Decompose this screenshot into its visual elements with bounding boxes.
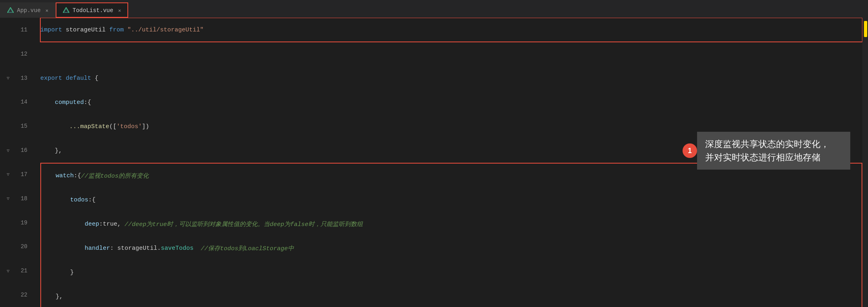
gutter-19: 19 — [0, 211, 32, 235]
code-area: import storageUtil from "../util/storage… — [32, 18, 862, 307]
tab-app-vue[interactable]: App.vue ✕ — [0, 2, 56, 18]
code-line-12 — [40, 42, 862, 66]
gutter-15: 15 — [0, 114, 32, 138]
annotation-badge: 1 — [683, 143, 697, 158]
gutter-20: 20 — [0, 234, 32, 259]
code-line-19: deep:true, //deep为true时，可以监听到对象属性值的变化。当d… — [41, 212, 862, 236]
token-import: import — [40, 27, 66, 33]
code-line-20: handler: storageUtil.saveTodos //保存todos… — [41, 236, 862, 260]
gutter-17: ▽ 17 — [0, 162, 32, 187]
tab-app-vue-label: App.vue — [17, 7, 41, 14]
tab-todolist-vue-label: TodoList.vue — [73, 7, 113, 14]
code-line-22: }, — [41, 284, 862, 307]
fold-icon-17[interactable]: ▽ — [5, 171, 11, 178]
code-line-13: export default { — [40, 66, 862, 90]
annotation-tooltip: 深度监视共享状态的实时变化， 并对实时状态进行相应地存储 — [697, 132, 850, 170]
tab-todolist-vue-close[interactable]: ✕ — [118, 8, 121, 14]
gutter-14: 14 — [0, 90, 32, 114]
token-from: from — [109, 27, 127, 33]
scrollbar-thumb[interactable] — [864, 21, 867, 37]
svg-marker-2 — [63, 8, 69, 12]
svg-marker-0 — [8, 8, 13, 12]
tab-app-vue-close[interactable]: ✕ — [46, 8, 48, 14]
fold-icon-21[interactable]: ▽ — [5, 268, 11, 274]
token-path: "../util/storageUtil" — [127, 27, 204, 33]
gutter-22: 22 — [0, 283, 32, 307]
annotation-16: 1 深度监视共享状态的实时变化， 并对实时状态进行相应地存储 — [683, 132, 850, 170]
code-line-21: } — [41, 260, 862, 284]
editor-container: App.vue ✕ TodoList.vue ✕ 11 12 — [0, 0, 868, 307]
fold-icon-16[interactable]: ▽ — [5, 147, 11, 154]
token-storageUtil: storageUtil — [66, 27, 109, 33]
vue-icon-app — [7, 7, 14, 14]
vue-icon-todolist — [63, 7, 69, 14]
code-line-18: todos:{ — [41, 188, 862, 212]
gutter-16: ▽ 16 — [0, 138, 32, 162]
tab-bar: App.vue ✕ TodoList.vue ✕ — [0, 0, 868, 18]
gutter-11: 11 — [0, 18, 32, 42]
tab-todolist-vue[interactable]: TodoList.vue ✕ — [56, 2, 128, 18]
fold-icon-13[interactable]: ▽ — [5, 75, 11, 81]
fold-icon-18[interactable]: ▽ — [5, 195, 11, 202]
code-line-11: import storageUtil from "../util/storage… — [40, 18, 862, 42]
watch-block: watch:{//监视todos的所有变化 todos:{ deep:true,… — [40, 163, 862, 307]
vertical-scrollbar[interactable] — [862, 18, 868, 307]
gutter-21: ▽ 21 — [0, 259, 32, 283]
editor-area: 11 12 ▽ 13 14 15 ▽ 16 ▽ 17 — [0, 18, 868, 307]
gutter-18: ▽ 18 — [0, 187, 32, 211]
gutter-13: ▽ 13 — [0, 66, 32, 90]
line-gutter: 11 12 ▽ 13 14 15 ▽ 16 ▽ 17 — [0, 18, 32, 307]
gutter-12: 12 — [0, 42, 32, 66]
code-line-16: }, 1 深度监视共享状态的实时变化， 并对实时状态进行相应地存储 — [40, 139, 862, 163]
code-line-14: computed:{ — [40, 90, 862, 114]
